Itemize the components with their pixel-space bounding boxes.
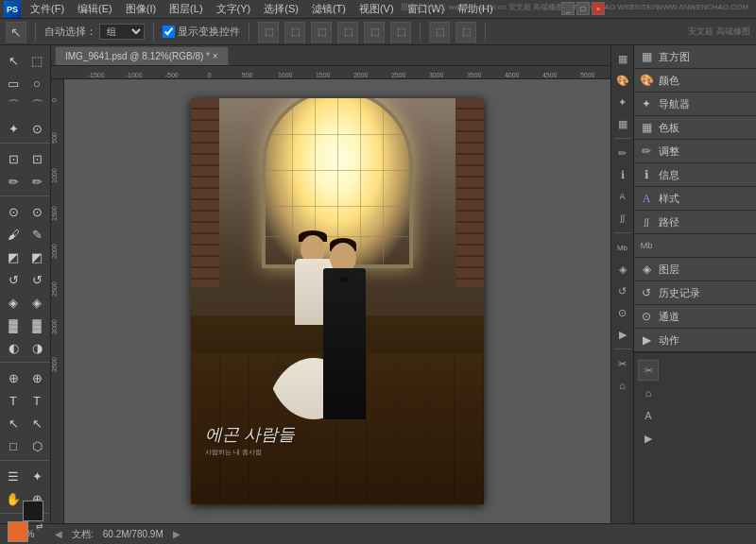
color-sampler-tool[interactable]: ✏: [26, 170, 48, 193]
polygonal-lasso-tool[interactable]: ⌒: [26, 94, 48, 117]
panel-icon-color[interactable]: 🎨: [613, 71, 632, 90]
status-arrow-right[interactable]: ▶: [173, 529, 180, 539]
panel-info-header[interactable]: ℹ 信息: [634, 163, 756, 186]
background-color[interactable]: [23, 501, 43, 521]
separator: [35, 23, 36, 42]
path-select-tool[interactable]: ↖: [2, 412, 25, 434]
panel-navigator-header[interactable]: ✦ 导航器: [634, 93, 756, 115]
align-left-btn[interactable]: ⬚: [258, 22, 279, 42]
app-icon: PS: [4, 1, 21, 18]
panel-icon-paths[interactable]: ∫∫: [613, 209, 632, 228]
move-tool-icon[interactable]: ↖: [6, 22, 26, 42]
eyedropper-tool[interactable]: ✏: [2, 170, 25, 193]
bg-eraser-tool[interactable]: ◈: [26, 291, 48, 314]
custom-shape-tool[interactable]: ⬡: [26, 434, 48, 457]
panel-icon-mb[interactable]: Mb: [613, 238, 632, 257]
panel-paths-header[interactable]: ∫∫ 路径: [634, 211, 756, 233]
dist-horiz-btn[interactable]: ⬚: [429, 22, 450, 42]
history-brush-tool[interactable]: ↺: [2, 268, 25, 291]
panel-icon-styles[interactable]: A: [613, 187, 632, 206]
panel-icon-navigator[interactable]: ✦: [613, 93, 632, 111]
align-middle-btn[interactable]: ⬚: [364, 22, 385, 42]
panel-mb-header[interactable]: Mb: [634, 234, 756, 257]
panel-styles-header[interactable]: A 样式: [634, 187, 756, 210]
panel-color-header[interactable]: 🎨 颜色: [634, 69, 756, 92]
clone-stamp-tool[interactable]: ◩: [2, 246, 25, 268]
close-button[interactable]: ×: [592, 2, 605, 15]
align-bottom-btn[interactable]: ⬚: [390, 22, 411, 42]
panel-icon-tool-options[interactable]: ✂: [613, 354, 632, 373]
artboard-tool[interactable]: ⬚: [26, 49, 48, 72]
menu-file[interactable]: 文件(F): [25, 1, 70, 17]
healing-brush-tool[interactable]: ⊙: [2, 200, 25, 223]
document-tab[interactable]: IMG_9641.psd @ 8.12%(RGB/8) * ×: [55, 46, 229, 65]
pen-tool[interactable]: ⊕: [2, 366, 25, 389]
pattern-stamp-tool[interactable]: ◩: [26, 246, 48, 268]
menu-layer[interactable]: 图层(L): [163, 1, 208, 17]
align-right-btn[interactable]: ⬚: [311, 22, 332, 42]
extra-tool-4[interactable]: ▶: [638, 428, 659, 449]
status-arrow-left[interactable]: ◀: [55, 529, 62, 539]
panel-icon-adjustments[interactable]: ✏: [613, 144, 632, 162]
paint-bucket-tool[interactable]: ▓: [26, 314, 48, 336]
menu-select[interactable]: 选择(S): [258, 1, 304, 17]
auto-select-dropdown[interactable]: 组 图层: [99, 24, 145, 40]
foreground-color[interactable]: [8, 521, 28, 542]
menu-filter[interactable]: 滤镜(T): [306, 1, 352, 17]
text-tool[interactable]: T: [2, 389, 25, 412]
panel-icon-actions[interactable]: ▶: [613, 325, 632, 344]
extra-tool-2[interactable]: ⌂: [638, 382, 659, 403]
spot-healing-tool[interactable]: ⊙: [26, 200, 48, 223]
panel-swatches-header[interactable]: ▦ 色板: [634, 116, 756, 139]
perspective-crop-tool[interactable]: ⊡: [26, 147, 48, 170]
brush-tool[interactable]: 🖌: [2, 223, 25, 246]
panel-histogram-header[interactable]: ▦ 直方图: [634, 45, 756, 68]
move-tool[interactable]: ↖: [2, 49, 25, 72]
align-center-btn[interactable]: ⬚: [284, 22, 305, 42]
lasso-tool[interactable]: ⌒: [2, 94, 25, 117]
panel-icon-layers[interactable]: ◈: [613, 260, 632, 279]
panel-icon-more[interactable]: ⌂: [613, 376, 632, 395]
canvas-viewport[interactable]: 에곤 사람들 사람하는 내 종사람: [64, 79, 610, 523]
panel-channels-header[interactable]: ⊙ 通道: [634, 305, 756, 328]
align-top-btn[interactable]: ⬚: [337, 22, 358, 42]
gradient-tool[interactable]: ▓: [2, 314, 25, 336]
count-tool[interactable]: ✦: [26, 465, 48, 487]
dodge-tool[interactable]: ◐: [2, 336, 25, 359]
menu-image[interactable]: 图像(I): [120, 1, 162, 17]
extra-tool-3[interactable]: A: [638, 405, 659, 426]
maximize-button[interactable]: □: [576, 2, 590, 15]
menu-view[interactable]: 视图(V): [353, 1, 400, 17]
minimize-button[interactable]: _: [561, 2, 575, 15]
pencil-tool[interactable]: ✎: [26, 223, 48, 246]
swap-colors-icon[interactable]: ⇄: [36, 521, 43, 531]
freeform-pen-tool[interactable]: ⊕: [26, 366, 48, 389]
menu-edit[interactable]: 编辑(E): [72, 1, 118, 17]
extra-tool-1[interactable]: ✂: [638, 360, 659, 381]
quick-selection-tool[interactable]: ⊙: [26, 117, 48, 140]
burn-tool[interactable]: ◑: [26, 336, 48, 359]
panel-adjustments-header[interactable]: ✏ 调整: [634, 140, 756, 162]
panel-icon-history[interactable]: ↺: [613, 281, 632, 300]
panel-actions-header[interactable]: ▶ 动作: [634, 329, 756, 351]
shape-tool[interactable]: □: [2, 434, 25, 457]
art-history-tool[interactable]: ↺: [26, 268, 48, 291]
show-transform-checkbox[interactable]: [163, 26, 175, 38]
notes-tool[interactable]: ☰: [2, 465, 25, 487]
vertical-text-tool[interactable]: T: [26, 389, 48, 412]
hand-tool[interactable]: ✋: [2, 487, 25, 510]
panel-icon-swatches[interactable]: ▦: [613, 114, 632, 133]
rect-marquee-tool[interactable]: ▭: [2, 72, 25, 94]
eraser-tool[interactable]: ◈: [2, 291, 25, 314]
ellipse-marquee-tool[interactable]: ○: [26, 72, 48, 94]
panel-layers-header[interactable]: ◈ 图层: [634, 258, 756, 280]
crop-tool[interactable]: ⊡: [2, 147, 25, 170]
panel-history-header[interactable]: ↺ 历史记录: [634, 281, 756, 304]
direct-select-tool[interactable]: ↖: [26, 412, 48, 434]
panel-icon-info[interactable]: ℹ: [613, 165, 632, 184]
dist-vert-btn[interactable]: ⬚: [455, 22, 476, 42]
magic-wand-tool[interactable]: ✦: [2, 117, 25, 140]
menu-text[interactable]: 文字(Y): [211, 1, 257, 17]
panel-icon-histogram[interactable]: ▦: [613, 49, 632, 68]
panel-icon-channels[interactable]: ⊙: [613, 303, 632, 322]
